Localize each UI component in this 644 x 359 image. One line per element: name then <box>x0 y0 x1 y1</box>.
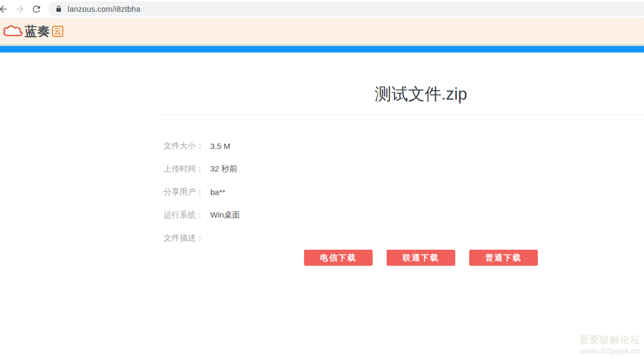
file-description-row: 文件描述： <box>164 227 644 250</box>
os-label: 运行系统： <box>164 210 210 220</box>
file-size-row: 文件大小： 3.5 M <box>164 134 644 158</box>
file-size-label: 文件大小： <box>164 141 210 151</box>
site-logo[interactable]: 蓝奏 云 <box>2 23 63 40</box>
site-header: 蓝奏 云 <box>0 18 644 44</box>
os-value: Win桌面 <box>210 210 240 220</box>
brand-name: 蓝奏 <box>25 23 50 40</box>
file-size-value: 3.5 M <box>210 141 231 151</box>
telecom-download-button[interactable]: 电信下载 <box>304 250 373 266</box>
upload-time-label: 上传时间： <box>164 164 210 174</box>
file-info-list: 文件大小： 3.5 M 上传时间： 32 秒前 分享用户： ba** 运行系统：… <box>156 134 644 250</box>
download-button-row: 电信下载 联通下载 普通下载 <box>156 250 644 266</box>
watermark: 吾爱破解论坛 www.52pojie.cn <box>579 334 640 356</box>
file-description-label: 文件描述： <box>164 233 210 243</box>
url-text[interactable]: lanzous.com/i8ztbha <box>68 5 140 13</box>
cloud-icon <box>2 24 24 38</box>
normal-download-button[interactable]: 普通下载 <box>469 250 538 266</box>
browser-toolbar: lanzous.com/i8ztbha <box>0 0 644 18</box>
share-user-label: 分享用户： <box>164 187 210 197</box>
upload-time-value: 32 秒前 <box>210 164 238 174</box>
url-bar[interactable]: lanzous.com/i8ztbha <box>48 2 644 17</box>
unicom-download-button[interactable]: 联通下载 <box>387 250 455 266</box>
forward-icon[interactable] <box>14 4 25 14</box>
os-row: 运行系统： Win桌面 <box>164 204 644 227</box>
watermark-line2: www.52pojie.cn <box>579 346 640 356</box>
share-user-row: 分享用户： ba** <box>164 181 644 204</box>
lock-icon[interactable] <box>55 5 62 12</box>
accent-strip <box>0 44 644 53</box>
share-user-value: ba** <box>210 188 225 197</box>
watermark-line1: 吾爱破解论坛 <box>579 334 640 346</box>
file-share-panel: 测试文件.zip 文件大小： 3.5 M 上传时间： 32 秒前 分享用户： b… <box>156 82 644 266</box>
file-title: 测试文件.zip <box>156 82 644 106</box>
back-icon[interactable] <box>0 4 9 14</box>
reload-icon[interactable] <box>31 4 42 14</box>
title-divider <box>156 114 644 115</box>
upload-time-row: 上传时间： 32 秒前 <box>164 158 644 181</box>
brand-badge: 云 <box>52 26 63 37</box>
